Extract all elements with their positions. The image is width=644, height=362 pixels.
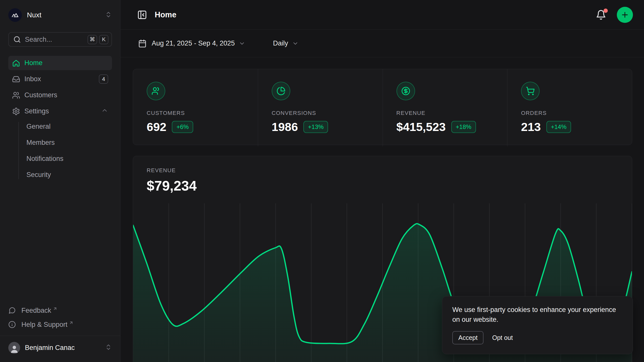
stats-row: CUSTOMERS 692 +6% CONVERSIONS 1986 +13% [133,69,632,145]
notifications-button[interactable] [596,10,606,20]
sidebar-item-home[interactable]: Home [8,56,112,70]
chevron-down-icon [292,40,299,47]
sidebar-item-label: Home [24,59,43,67]
notification-dot [603,9,608,13]
sidebar-item-label: Settings [24,107,49,115]
sidebar-nav: Home Inbox 4 Customers Setting [8,56,112,118]
stat-delta-badge: +6% [172,121,193,133]
sidebar-item-customers[interactable]: Customers [8,88,112,102]
accept-cookies-button[interactable]: Accept [452,331,484,344]
sidebar-item-general[interactable]: General [26,118,112,134]
sidebar-item-label: Customers [24,91,57,99]
optout-cookies-button[interactable]: Opt out [492,334,513,341]
chat-bubble-icon [8,307,17,314]
date-range-picker[interactable]: Aug 21, 2025 - Sep 4, 2025 [138,39,245,48]
add-button[interactable] [617,7,633,23]
sidebar-item-members[interactable]: Members [26,134,112,151]
inbox-icon [12,75,20,83]
filters-toolbar: Aug 21, 2025 - Sep 4, 2025 Daily [120,30,644,57]
stat-value: 213 [521,120,541,134]
feedback-label: Feedback [21,307,51,314]
avatar [8,342,20,354]
granularity-value: Daily [273,39,288,47]
stat-value: 1986 [272,120,298,134]
stat-label: CONVERSIONS [272,110,369,116]
stat-delta-badge: +14% [546,121,571,133]
page-title: Home [155,10,176,19]
stat-delta-badge: +18% [451,121,476,133]
shopping-cart-icon [521,82,540,100]
main-area: Home Aug 21, 2025 - Sep 4, 2025 [120,0,644,362]
home-icon [12,59,20,67]
kbd-k: K [99,35,108,44]
cookie-banner: We use first-party cookies to enhance yo… [442,296,633,354]
external-link-icon [69,319,73,327]
revenue-card-label: REVENUE [147,167,618,174]
users-icon [12,91,20,99]
workspace-switcher[interactable]: Nuxt [8,6,112,24]
subnav-label: General [26,123,51,130]
chevrons-up-down-icon [105,11,112,19]
stat-label: ORDERS [521,110,618,116]
plus-icon [621,11,629,19]
stat-conversions[interactable]: CONVERSIONS 1986 +13% [258,69,383,146]
external-link-icon [53,305,57,313]
pie-chart-icon [272,82,290,100]
help-support-link[interactable]: Help & Support [8,318,112,332]
users-icon [147,82,165,100]
sidebar-item-security[interactable]: Security [26,167,112,183]
chevrons-up-down-icon [105,344,112,352]
subnav-label: Members [26,139,55,147]
sidebar: Nuxt Search... ⌘ K Home [0,0,120,362]
stat-value: 692 [147,120,166,134]
info-circle-icon [8,321,17,328]
sidebar-footer: Feedback Help & Support Benjamin [8,303,112,362]
nuxt-logo-icon [8,8,22,22]
stat-customers[interactable]: CUSTOMERS 692 +6% [133,69,258,146]
calendar-icon [138,39,147,48]
user-name: Benjamin Canac [25,344,75,352]
subnav-label: Security [26,171,51,179]
user-menu[interactable]: Benjamin Canac [8,336,112,359]
kbd-cmd: ⌘ [88,35,97,44]
collapse-sidebar-button[interactable] [137,10,147,20]
date-range-value: Aug 21, 2025 - Sep 4, 2025 [152,39,235,47]
inbox-count-badge: 4 [99,74,108,84]
search-input[interactable]: Search... ⌘ K [8,32,112,47]
gear-icon [12,107,20,115]
chevron-down-icon [239,40,245,47]
search-icon [13,36,21,43]
stat-value: $415,523 [396,120,446,134]
sidebar-item-notifications[interactable]: Notifications [26,151,112,167]
sidebar-item-settings[interactable]: Settings [8,104,112,118]
sidebar-item-inbox[interactable]: Inbox 4 [8,72,112,86]
stat-orders[interactable]: ORDERS 213 +14% [507,69,632,146]
help-support-label: Help & Support [21,321,67,329]
subnav-label: Notifications [26,155,63,163]
chevron-up-icon [101,107,108,116]
workspace-name: Nuxt [27,11,42,19]
stat-label: CUSTOMERS [147,110,244,116]
granularity-select[interactable]: Daily [273,39,299,47]
stat-delta-badge: +13% [303,121,328,133]
stat-label: REVENUE [396,110,494,116]
revenue-card-value: $79,234 [147,178,618,194]
search-placeholder: Search... [25,36,52,43]
settings-subnav: General Members Notifications Security [8,118,112,183]
page-header: Home [120,0,644,30]
feedback-link[interactable]: Feedback [8,303,112,318]
cookie-message: We use first-party cookies to enhance yo… [452,305,623,325]
sidebar-item-label: Inbox [24,75,41,83]
stat-revenue[interactable]: REVENUE $415,523 +18% [383,69,507,146]
app-root: Nuxt Search... ⌘ K Home [0,0,644,362]
dollar-circle-icon [396,82,415,100]
